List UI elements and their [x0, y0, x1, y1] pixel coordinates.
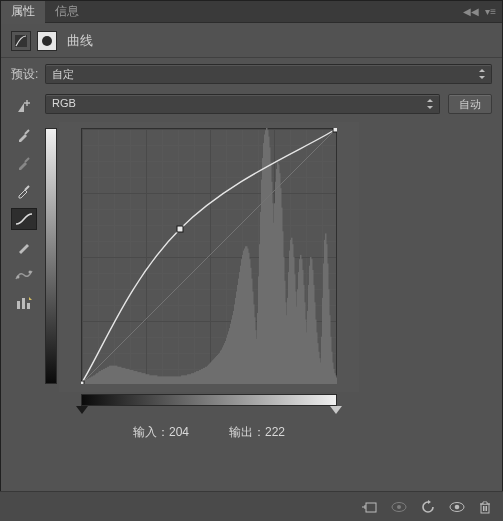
tab-properties[interactable]: 属性	[1, 0, 45, 24]
eyedropper-gray-icon[interactable]	[11, 152, 37, 174]
curve-pencil-tool-icon[interactable]	[11, 236, 37, 258]
white-point-slider[interactable]	[330, 406, 342, 414]
grid	[81, 128, 337, 384]
preset-value: 自定	[52, 68, 74, 80]
input-value: 204	[169, 425, 189, 439]
curve-point-tool-icon[interactable]	[11, 208, 37, 230]
panel-title: 曲线	[67, 32, 93, 50]
target-adjust-icon[interactable]	[11, 96, 37, 118]
svg-point-3	[29, 271, 32, 274]
eyedropper-white-icon[interactable]	[11, 180, 37, 202]
output-label: 输出：	[229, 425, 265, 439]
eyedropper-black-icon[interactable]	[11, 124, 37, 146]
black-point-slider[interactable]	[76, 406, 88, 414]
svg-point-1	[42, 36, 52, 46]
svg-rect-264	[366, 503, 376, 512]
svg-point-2	[17, 276, 20, 279]
io-readout: 输入：204 输出：222	[59, 424, 359, 441]
channel-row: RGB 自动	[45, 94, 492, 114]
tab-info[interactable]: 信息	[45, 0, 89, 24]
reset-icon[interactable]	[421, 500, 435, 514]
channel-dropdown[interactable]: RGB	[45, 94, 440, 114]
tab-bar: 属性 信息 ◀◀ ▾≡	[1, 1, 502, 23]
clip-to-layer-icon[interactable]	[361, 500, 377, 514]
toggle-visibility-icon[interactable]	[449, 501, 465, 513]
smooth-icon[interactable]	[11, 264, 37, 286]
curves-chart[interactable]: 输入：204 输出：222	[45, 122, 492, 441]
auto-button[interactable]: 自动	[448, 94, 492, 114]
panel-menu-icon[interactable]: ▾≡	[485, 6, 496, 17]
output-gradient	[45, 122, 59, 441]
input-gradient	[81, 394, 337, 406]
clip-warning-icon[interactable]	[11, 292, 37, 314]
svg-point-268	[455, 504, 460, 509]
panel-title-row: 曲线	[1, 23, 502, 58]
preset-dropdown[interactable]: 自定	[45, 64, 492, 84]
view-previous-icon[interactable]	[391, 501, 407, 513]
collapse-icon[interactable]: ◀◀	[463, 6, 479, 17]
adjustment-type-icon	[11, 31, 31, 51]
preset-row: 预设: 自定	[1, 58, 502, 90]
channel-value: RGB	[52, 97, 76, 109]
preset-label: 预设:	[11, 66, 39, 83]
svg-point-266	[397, 505, 401, 509]
output-value: 222	[265, 425, 285, 439]
input-label: 输入：	[133, 425, 169, 439]
bottom-toolbar	[0, 491, 503, 521]
tool-column	[11, 94, 39, 441]
trash-icon[interactable]	[479, 500, 491, 514]
layer-mask-icon	[37, 31, 57, 51]
